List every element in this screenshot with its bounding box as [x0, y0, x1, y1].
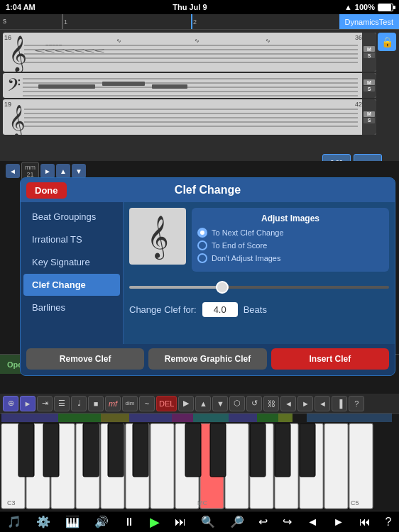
tb2-mf[interactable]: mf — [105, 396, 121, 411]
piano-label-c5: C5 — [351, 499, 359, 506]
app-btn-right[interactable]: ► — [333, 516, 344, 528]
status-time: 1:04 AM — [6, 3, 35, 11]
tb2-right2[interactable]: ► — [297, 396, 313, 411]
tb2-help[interactable]: ? — [349, 396, 364, 411]
tb2-rotate[interactable]: ↺ — [246, 396, 262, 411]
app-btn-piano-roll[interactable]: 🎹 — [65, 515, 80, 528]
lock-icon[interactable]: 🔒 — [378, 33, 396, 51]
clef-image-box: 𝄞 — [129, 208, 186, 265]
app-btn-volume[interactable]: 🔊 — [94, 515, 109, 528]
svg-rect-56 — [108, 423, 124, 477]
app-btn-forward[interactable]: ⏭ — [175, 516, 186, 528]
tb2-square[interactable]: ■ — [88, 396, 104, 411]
app-btn-left[interactable]: ◄ — [307, 516, 318, 528]
tb2-hex[interactable]: ⬡ — [229, 396, 245, 411]
piano-label-c3: C3 — [7, 499, 16, 506]
tb2-delete[interactable]: DEL — [156, 396, 177, 411]
m-badge2[interactable]: M — [364, 79, 375, 85]
nav-item-barlines[interactable]: Barlines — [23, 297, 120, 318]
staff-lines-svg1: 𝄞 𝆒𝆒𝆒𝆒𝆒𝆒𝆒 ~~~~~ ∿ ∿ ∿ — [3, 33, 376, 72]
status-day: Thu Jul 9 — [173, 3, 207, 11]
toolbar2: ⊕ ► ⇥ ☰ ♩ ■ mf dim ~ DEL ▶ ▲ ▼ ⬡ ↺ ⛓ ◄ ►… — [0, 394, 399, 414]
tb2-dim2[interactable]: dim — [122, 396, 138, 411]
app-btn-back[interactable]: ⏮ — [359, 516, 371, 528]
tb2-bars2[interactable]: ▐ — [332, 396, 347, 411]
done-button[interactable]: Done — [26, 182, 67, 199]
s-badge[interactable]: S — [364, 52, 375, 58]
tab-label[interactable]: DynamicsTest — [339, 14, 399, 29]
svg-rect-19 — [38, 84, 95, 89]
svg-rect-31 — [129, 414, 172, 422]
svg-text:∿: ∿ — [116, 38, 121, 44]
radio-end-score[interactable] — [197, 240, 207, 250]
app-btn-play[interactable]: ▶ — [150, 514, 160, 530]
right-top: 𝄞 Adjust Images To Next Clef Change To E… — [129, 208, 389, 272]
svg-rect-29 — [58, 414, 101, 422]
radio-option-dont-adjust[interactable]: Don't Adjust Images — [197, 253, 383, 263]
insert-clef-button[interactable]: Insert Clef — [271, 348, 389, 370]
app-btn-help[interactable]: ? — [386, 516, 392, 528]
ctrl-arrow-down[interactable]: ▼ — [72, 164, 86, 178]
nav-item-beat-groupings[interactable]: Beat Groupings — [23, 206, 120, 228]
staff-lines-svg2: 𝄢 — [3, 73, 376, 98]
piano-keys[interactable]: C3 MC C5 — [0, 423, 399, 516]
nav-item-clef-change[interactable]: Clef Change — [23, 274, 120, 296]
tb2-cursor[interactable]: ⊕ — [3, 396, 18, 411]
ctrl-arrow-up[interactable]: ▲ — [56, 164, 70, 178]
tb2-down2[interactable]: ▼ — [212, 396, 228, 411]
tb2-squiggle[interactable]: ~ — [139, 396, 155, 411]
tb2-up2[interactable]: ▲ — [195, 396, 211, 411]
app-btn-pause[interactable]: ⏸ — [124, 516, 135, 528]
tb2-play[interactable]: ▶ — [178, 396, 194, 411]
m-badge3[interactable]: M — [364, 111, 375, 117]
status-bar: 1:04 AM Thu Jul 9 ▲ 100% — [0, 0, 399, 14]
app-btn-settings[interactable]: ⚙️ — [36, 515, 50, 528]
svg-rect-32 — [172, 414, 193, 422]
app-btn-undo[interactable]: ↩ — [258, 515, 268, 528]
remove-graphic-clef-button[interactable]: Remove Graphic Clef — [148, 348, 266, 370]
tb2-bars[interactable]: ☰ — [54, 396, 70, 411]
m-badge[interactable]: M — [364, 46, 375, 52]
ctrl-arrow-right[interactable]: ► — [40, 164, 55, 178]
adjust-images-box: Adjust Images To Next Clef Change To End… — [192, 208, 389, 272]
s-badge3[interactable]: S — [364, 118, 375, 123]
radio-next-clef[interactable] — [197, 228, 207, 238]
app-btn-redo[interactable]: ↪ — [283, 515, 292, 528]
svg-rect-30 — [101, 414, 129, 422]
tb2-tab[interactable]: ⇥ — [37, 396, 53, 411]
svg-rect-36 — [278, 414, 293, 422]
svg-text:𝄞: 𝄞 — [9, 105, 26, 135]
float-box-empty — [354, 154, 382, 161]
app-btn-zoom-out[interactable]: 🔎 — [230, 515, 244, 528]
clef-beats-input[interactable] — [202, 302, 238, 317]
dialog-right-panel: 𝄞 Adjust Images To Next Clef Change To E… — [124, 202, 395, 344]
clef-slider[interactable] — [129, 286, 389, 289]
staff-ms-panel1: M S — [362, 33, 376, 72]
tb2-left[interactable]: ◄ — [280, 396, 296, 411]
dialog-header: Done Clef Change — [21, 178, 395, 202]
change-clef-for-label: Change Clef for: — [129, 304, 197, 315]
ctrl-arrow-left[interactable]: ◄ — [6, 164, 20, 178]
tb2-left2[interactable]: ◄ — [315, 396, 330, 411]
radio-dont-adjust[interactable] — [197, 253, 207, 263]
tb2-chain[interactable]: ⛓ — [263, 396, 279, 411]
nav-item-irrational-ts[interactable]: Irrational TS — [23, 228, 120, 250]
staff-lines-svg3: 𝄞 — [3, 99, 376, 135]
tb2-note[interactable]: ♩ — [71, 396, 87, 411]
svg-rect-55 — [83, 423, 99, 477]
timeline[interactable]: s 1 2 DynamicsTest — [0, 14, 399, 30]
app-btn-score[interactable]: 🎵 — [7, 515, 21, 528]
radio-label-end-score: To End of Score — [212, 241, 267, 250]
remove-clef-button[interactable]: Remove Clef — [26, 348, 144, 370]
tb2-arrow[interactable]: ► — [20, 396, 35, 411]
battery-icon — [378, 4, 393, 11]
svg-rect-21 — [152, 84, 187, 89]
ruler-marker1: 1 — [64, 18, 67, 26]
dialog-bottom-buttons: Remove Clef Remove Graphic Clef Insert C… — [21, 344, 395, 375]
app-btn-zoom-in[interactable]: 🔍 — [201, 515, 215, 528]
nav-item-key-signature[interactable]: Key Signature — [23, 251, 120, 273]
radio-option-end-score[interactable]: To End of Score — [197, 240, 383, 250]
s-badge2[interactable]: S — [364, 86, 375, 92]
svg-rect-51 — [324, 423, 348, 509]
radio-option-next-clef[interactable]: To Next Clef Change — [197, 228, 383, 238]
